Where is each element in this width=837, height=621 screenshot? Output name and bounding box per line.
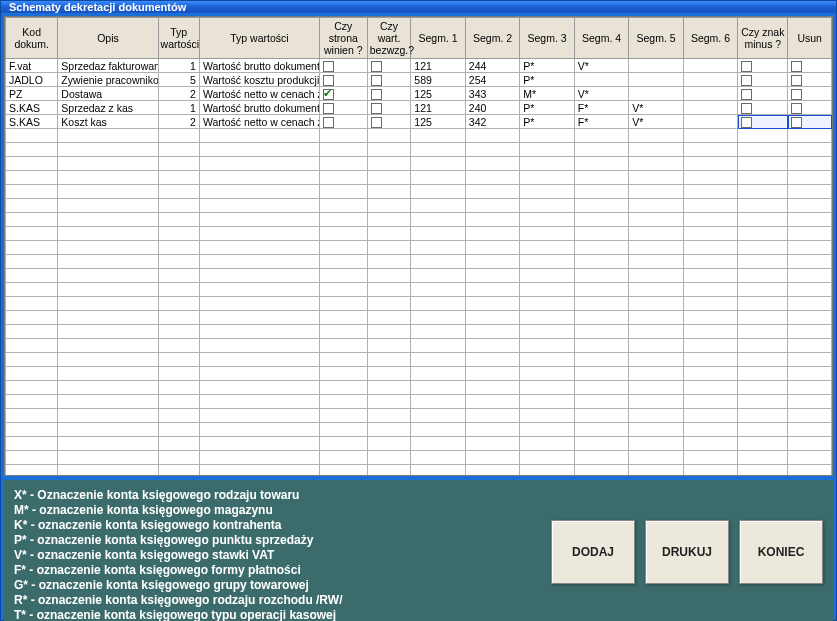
- empty-cell[interactable]: [683, 409, 737, 423]
- empty-cell[interactable]: [367, 283, 411, 297]
- empty-cell[interactable]: [465, 465, 519, 477]
- empty-cell[interactable]: [367, 185, 411, 199]
- empty-cell[interactable]: [158, 367, 199, 381]
- empty-cell[interactable]: [367, 241, 411, 255]
- table-row[interactable]: [6, 409, 832, 423]
- empty-cell[interactable]: [6, 451, 58, 465]
- empty-cell[interactable]: [738, 325, 788, 339]
- empty-cell[interactable]: [6, 311, 58, 325]
- checkbox-icon[interactable]: [323, 89, 334, 100]
- empty-cell[interactable]: [574, 451, 628, 465]
- empty-cell[interactable]: [574, 353, 628, 367]
- empty-cell[interactable]: [629, 255, 683, 269]
- empty-cell[interactable]: [158, 409, 199, 423]
- empty-cell[interactable]: [738, 465, 788, 477]
- empty-cell[interactable]: [411, 283, 465, 297]
- table-row[interactable]: [6, 199, 832, 213]
- empty-cell[interactable]: [465, 283, 519, 297]
- cell-kod[interactable]: S.KAS: [6, 101, 58, 115]
- empty-cell[interactable]: [520, 129, 574, 143]
- empty-cell[interactable]: [788, 395, 832, 409]
- cell-minus[interactable]: [738, 115, 788, 129]
- empty-cell[interactable]: [158, 339, 199, 353]
- empty-cell[interactable]: [788, 437, 832, 451]
- empty-cell[interactable]: [465, 297, 519, 311]
- table-row[interactable]: [6, 227, 832, 241]
- empty-cell[interactable]: [58, 241, 158, 255]
- empty-cell[interactable]: [520, 185, 574, 199]
- empty-cell[interactable]: [367, 255, 411, 269]
- empty-cell[interactable]: [465, 269, 519, 283]
- table-row[interactable]: [6, 451, 832, 465]
- empty-cell[interactable]: [367, 311, 411, 325]
- cell-seg2[interactable]: 342: [465, 115, 519, 129]
- cell-winien[interactable]: [319, 101, 367, 115]
- empty-cell[interactable]: [319, 199, 367, 213]
- empty-cell[interactable]: [629, 143, 683, 157]
- empty-cell[interactable]: [411, 339, 465, 353]
- cell-seg5[interactable]: V*: [629, 115, 683, 129]
- empty-cell[interactable]: [319, 213, 367, 227]
- empty-cell[interactable]: [465, 451, 519, 465]
- empty-cell[interactable]: [683, 199, 737, 213]
- cell-seg6[interactable]: [683, 59, 737, 73]
- table-row[interactable]: [6, 255, 832, 269]
- empty-cell[interactable]: [411, 409, 465, 423]
- empty-cell[interactable]: [367, 395, 411, 409]
- empty-cell[interactable]: [158, 395, 199, 409]
- empty-cell[interactable]: [158, 311, 199, 325]
- empty-cell[interactable]: [465, 339, 519, 353]
- empty-cell[interactable]: [158, 269, 199, 283]
- empty-cell[interactable]: [58, 465, 158, 477]
- cell-opis[interactable]: Dostawa: [58, 87, 158, 101]
- cell-seg1[interactable]: 125: [411, 115, 465, 129]
- empty-cell[interactable]: [199, 395, 319, 409]
- empty-cell[interactable]: [411, 367, 465, 381]
- checkbox-icon[interactable]: [371, 103, 382, 114]
- empty-cell[interactable]: [574, 423, 628, 437]
- empty-cell[interactable]: [683, 367, 737, 381]
- checkbox-icon[interactable]: [741, 75, 752, 86]
- table-row[interactable]: [6, 297, 832, 311]
- cell-minus[interactable]: [738, 73, 788, 87]
- empty-cell[interactable]: [465, 213, 519, 227]
- empty-cell[interactable]: [199, 213, 319, 227]
- empty-cell[interactable]: [411, 325, 465, 339]
- cell-seg6[interactable]: [683, 87, 737, 101]
- empty-cell[interactable]: [158, 381, 199, 395]
- empty-cell[interactable]: [319, 297, 367, 311]
- empty-cell[interactable]: [520, 241, 574, 255]
- empty-cell[interactable]: [158, 325, 199, 339]
- empty-cell[interactable]: [574, 171, 628, 185]
- empty-cell[interactable]: [199, 199, 319, 213]
- empty-cell[interactable]: [411, 269, 465, 283]
- empty-cell[interactable]: [520, 227, 574, 241]
- empty-cell[interactable]: [465, 227, 519, 241]
- table-row[interactable]: [6, 367, 832, 381]
- cell-typno[interactable]: 2: [158, 87, 199, 101]
- table-row[interactable]: [6, 353, 832, 367]
- empty-cell[interactable]: [465, 325, 519, 339]
- cell-seg6[interactable]: [683, 101, 737, 115]
- empty-cell[interactable]: [574, 311, 628, 325]
- empty-cell[interactable]: [738, 199, 788, 213]
- empty-cell[interactable]: [788, 213, 832, 227]
- empty-cell[interactable]: [6, 129, 58, 143]
- empty-cell[interactable]: [520, 423, 574, 437]
- empty-cell[interactable]: [367, 339, 411, 353]
- empty-cell[interactable]: [319, 185, 367, 199]
- empty-cell[interactable]: [520, 409, 574, 423]
- cell-seg2[interactable]: 244: [465, 59, 519, 73]
- empty-cell[interactable]: [465, 367, 519, 381]
- checkbox-icon[interactable]: [791, 103, 802, 114]
- table-row[interactable]: [6, 283, 832, 297]
- empty-cell[interactable]: [58, 157, 158, 171]
- cell-seg6[interactable]: [683, 115, 737, 129]
- empty-cell[interactable]: [58, 255, 158, 269]
- col-winien[interactable]: Czy strona winien ?: [319, 18, 367, 59]
- empty-cell[interactable]: [788, 199, 832, 213]
- empty-cell[interactable]: [367, 129, 411, 143]
- empty-cell[interactable]: [520, 395, 574, 409]
- empty-cell[interactable]: [629, 199, 683, 213]
- col-typwart[interactable]: Typ wartości: [199, 18, 319, 59]
